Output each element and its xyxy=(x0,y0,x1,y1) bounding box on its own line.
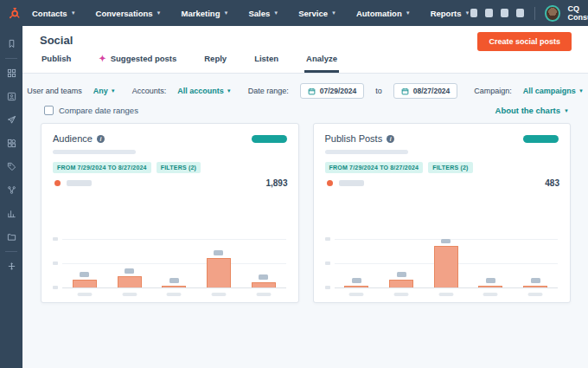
nav-item-service[interactable]: Service▼ xyxy=(298,9,336,18)
main-menu: Contacts▼ Conversations▼ Marketing▼ Sale… xyxy=(32,9,470,18)
hubspot-logo-icon[interactable] xyxy=(8,7,20,19)
chevron-down-icon: ▼ xyxy=(71,10,76,16)
info-icon[interactable]: i xyxy=(97,135,105,143)
about-the-charts-link[interactable]: About the charts▼ xyxy=(495,106,569,115)
bar-column xyxy=(379,239,424,287)
x-tick-placeholder xyxy=(211,293,226,296)
bar[interactable] xyxy=(389,280,413,287)
date-range-badge: FROM 7/29/2024 TO 8/27/2024 xyxy=(325,162,424,173)
secondary-filter-row: Compare date ranges About the charts▼ xyxy=(22,99,588,115)
data-label-placeholder xyxy=(125,268,134,274)
marketplace-icon[interactable] xyxy=(470,9,478,17)
bar[interactable] xyxy=(523,286,547,287)
help-icon[interactable] xyxy=(485,9,493,17)
y-tick-placeholder xyxy=(325,237,330,241)
tab-publish[interactable]: Publish xyxy=(40,48,73,73)
bar[interactable] xyxy=(118,276,142,287)
x-tick-placeholder xyxy=(483,293,498,296)
bar[interactable] xyxy=(478,286,502,287)
data-label-placeholder xyxy=(352,278,361,283)
y-tick-placeholder xyxy=(325,261,330,265)
date-range-badge: FROM 7/29/2024 TO 8/27/2024 xyxy=(53,162,151,173)
tag-icon[interactable] xyxy=(0,155,22,178)
workflow-icon[interactable] xyxy=(0,178,22,202)
nav-item-conversations[interactable]: Conversations▼ xyxy=(96,9,162,18)
data-label-placeholder xyxy=(214,250,223,255)
grid-icon[interactable] xyxy=(0,61,22,85)
contacts-icon[interactable] xyxy=(0,85,22,108)
y-tick-placeholder xyxy=(53,261,58,265)
accounts-label: Accounts: xyxy=(132,87,167,95)
x-tick-placeholder xyxy=(394,293,409,296)
paper-plane-icon[interactable] xyxy=(0,108,22,132)
chevron-down-icon: ▼ xyxy=(111,88,116,94)
tab-suggested-posts[interactable]: ✦Suggested posts xyxy=(97,48,178,73)
filter-bar: User and teams Any▼ Accounts: All accoun… xyxy=(22,74,588,99)
bar-column xyxy=(241,239,286,287)
nav-item-automation[interactable]: Automation▼ xyxy=(356,9,411,18)
calendar-icon xyxy=(308,87,316,95)
create-social-posts-button[interactable]: Create social posts xyxy=(477,32,572,51)
info-icon[interactable]: i xyxy=(387,135,394,143)
bar-column xyxy=(62,239,107,287)
bar[interactable] xyxy=(344,286,368,287)
publish-posts-card: Publish Posts i FROM 7/29/2024 TO 8/27/2… xyxy=(313,123,572,303)
filters-badge[interactable]: FILTERS (2) xyxy=(428,162,472,173)
data-label-placeholder xyxy=(169,278,179,283)
avatar[interactable] xyxy=(545,5,559,22)
bar-column xyxy=(196,239,241,287)
account-menu[interactable]: CQ Consulting▼ xyxy=(568,4,588,22)
chevron-down-icon: ▼ xyxy=(406,10,411,16)
data-label-placeholder xyxy=(531,278,540,283)
page-title: Social xyxy=(40,34,73,47)
bookmark-icon[interactable] xyxy=(0,32,22,55)
report-cards: Audience i FROM 7/29/2024 TO 8/27/2024 F… xyxy=(22,115,588,303)
main-content: Social Create social posts Publish ✦Sugg… xyxy=(22,26,588,368)
nav-item-reports[interactable]: Reports▼ xyxy=(431,9,470,18)
data-label-placeholder xyxy=(397,272,406,277)
x-tick-placeholder xyxy=(77,293,92,296)
chevron-down-icon: ▼ xyxy=(578,88,584,94)
card-action-pill[interactable] xyxy=(523,135,559,143)
date-start-input[interactable]: 07/29/2024 xyxy=(300,83,365,99)
tab-reply[interactable]: Reply xyxy=(202,48,228,73)
calendar-icon xyxy=(401,87,409,95)
settings-icon[interactable] xyxy=(501,9,508,17)
tab-listen[interactable]: Listen xyxy=(252,48,280,73)
tab-analyze[interactable]: Analyze xyxy=(304,48,339,73)
bar[interactable] xyxy=(162,286,186,287)
campaign-dropdown[interactable]: All campaigns▼ xyxy=(523,87,584,95)
nav-item-marketing[interactable]: Marketing▼ xyxy=(182,9,229,18)
notifications-icon[interactable] xyxy=(516,9,524,17)
divider xyxy=(5,58,17,59)
checkbox-icon[interactable] xyxy=(44,106,54,115)
modules-icon[interactable] xyxy=(0,132,22,155)
chevron-down-icon: ▼ xyxy=(157,10,162,16)
date-end-input[interactable]: 08/27/2024 xyxy=(393,83,458,99)
legend-label-placeholder xyxy=(339,180,364,186)
card-action-pill[interactable] xyxy=(252,135,287,143)
expand-icon[interactable] xyxy=(0,255,22,278)
filters-badge[interactable]: FILTERS (2) xyxy=(157,162,201,173)
bar-column xyxy=(424,239,469,287)
bar-chart-icon[interactable] xyxy=(0,202,22,225)
nav-item-contacts[interactable]: Contacts▼ xyxy=(32,9,76,18)
audience-bar-chart xyxy=(62,239,286,288)
audience-card: Audience i FROM 7/29/2024 TO 8/27/2024 F… xyxy=(41,123,299,303)
accounts-dropdown[interactable]: All accounts▼ xyxy=(177,87,231,95)
folder-icon[interactable] xyxy=(0,225,22,249)
x-tick-placeholder xyxy=(167,293,182,296)
chevron-down-icon: ▼ xyxy=(273,10,278,16)
legend-dot-icon xyxy=(327,180,333,186)
data-label-placeholder xyxy=(80,272,89,277)
nav-item-sales[interactable]: Sales▼ xyxy=(248,9,278,18)
bar[interactable] xyxy=(207,258,231,287)
compare-date-ranges-checkbox[interactable]: Compare date ranges xyxy=(44,106,138,115)
bar[interactable] xyxy=(434,246,458,287)
bar-column xyxy=(513,239,558,287)
bar[interactable] xyxy=(252,282,276,287)
subtitle-placeholder xyxy=(53,150,136,154)
campaign-label: Campaign: xyxy=(474,87,512,95)
user-teams-dropdown[interactable]: Any▼ xyxy=(93,87,116,95)
bar[interactable] xyxy=(73,280,97,287)
